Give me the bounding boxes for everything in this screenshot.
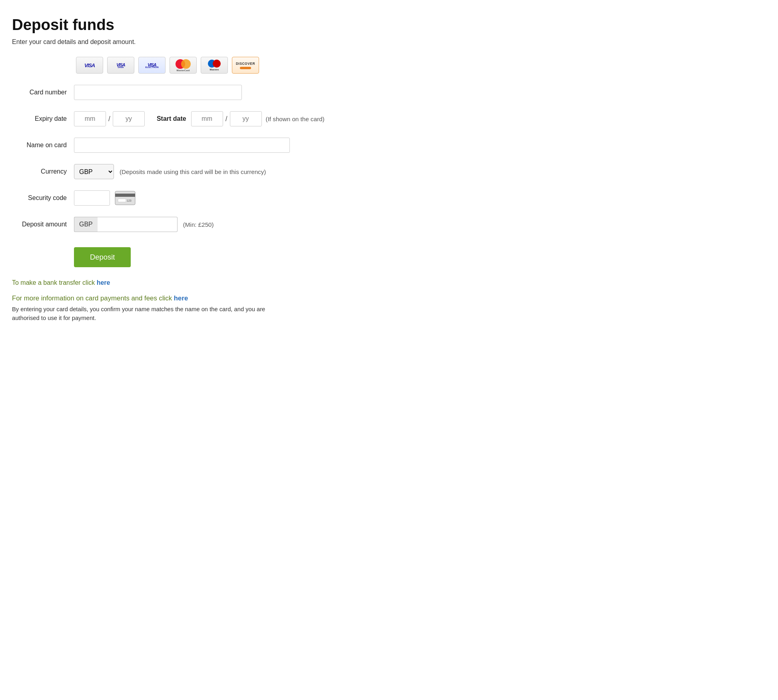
card-number-label: Card number <box>12 89 74 96</box>
svg-rect-1 <box>115 194 135 197</box>
mastercard-logo: MasterCard <box>170 57 197 74</box>
start-mm-input[interactable] <box>191 111 223 126</box>
name-label: Name on card <box>12 142 74 149</box>
more-info-text: For more information on card payments an… <box>12 294 174 302</box>
deposit-amount-input[interactable] <box>98 217 178 232</box>
currency-select[interactable]: GBP USD EUR <box>74 164 114 179</box>
card-logos-row: VISA VISA Debit VISA ELECTRON MasterCard <box>76 57 348 74</box>
discover-logo: DISCOVER <box>232 57 259 74</box>
deposit-amount-row: Deposit amount GBP (Min: £250) <box>12 217 348 232</box>
svg-text:123: 123 <box>127 199 132 202</box>
name-input[interactable] <box>74 138 290 153</box>
bank-transfer-text: To make a bank transfer click <box>12 279 97 286</box>
start-date-label: Start date <box>157 115 186 122</box>
visa-debit-logo: VISA Debit <box>107 57 134 74</box>
name-row: Name on card <box>12 138 348 153</box>
security-code-label: Security code <box>12 194 74 202</box>
visa-electron-logo: VISA ELECTRON <box>138 57 166 74</box>
more-info-link[interactable]: here <box>174 294 188 302</box>
deposit-min-note: (Min: £250) <box>183 221 214 228</box>
expiry-yy-input[interactable] <box>113 111 145 126</box>
deposit-currency-badge: GBP <box>74 217 98 232</box>
card-number-row: Card number <box>12 85 348 100</box>
bank-transfer-row: To make a bank transfer click here <box>12 279 348 286</box>
card-number-input[interactable] <box>74 85 242 100</box>
security-code-input[interactable] <box>74 190 110 206</box>
security-code-icon: 123 <box>115 191 136 205</box>
expiry-start-row: Expiry date / Start date / (If shown on … <box>12 111 348 126</box>
start-date-note: (If shown on the card) <box>266 116 325 122</box>
deposit-amount-label: Deposit amount <box>12 221 74 228</box>
disclaimer-text: By entering your card details, you confi… <box>12 305 284 322</box>
page-subtitle: Enter your card details and deposit amou… <box>12 38 348 46</box>
currency-note: (Deposits made using this card will be i… <box>120 168 266 175</box>
svg-rect-0 <box>115 191 135 205</box>
maestro-logo: Maestro <box>201 57 228 74</box>
more-info-heading: For more information on card payments an… <box>12 294 348 302</box>
svg-rect-2 <box>118 199 126 202</box>
expiry-mm-input[interactable] <box>74 111 106 126</box>
bank-transfer-link[interactable]: here <box>97 279 110 286</box>
expiry-separator: / <box>108 115 110 123</box>
deposit-button[interactable]: Deposit <box>74 247 131 267</box>
currency-row: Currency GBP USD EUR (Deposits made usin… <box>12 164 348 179</box>
page-title: Deposit funds <box>12 16 348 34</box>
security-code-row: Security code 123 <box>12 190 348 206</box>
visa-classic-logo: VISA <box>76 57 103 74</box>
start-separator: / <box>225 115 227 123</box>
start-yy-input[interactable] <box>230 111 262 126</box>
currency-label: Currency <box>12 168 74 175</box>
expiry-label: Expiry date <box>12 115 74 122</box>
